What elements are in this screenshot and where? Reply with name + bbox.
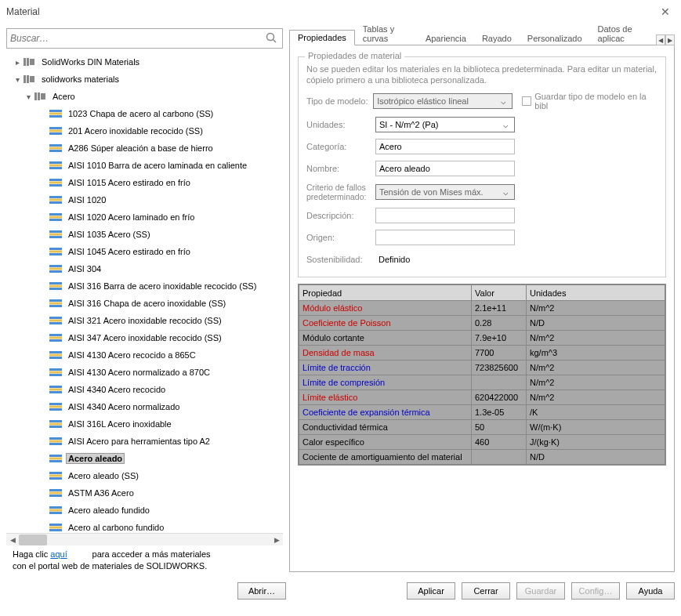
prop-value-cell[interactable]: 2.1e+11 — [472, 301, 527, 316]
table-row[interactable]: Límite de tracción723825600N/m^2 — [299, 361, 665, 375]
prop-value-cell[interactable]: 7.9e+10 — [472, 331, 527, 346]
scroll-right-button[interactable]: ▶ — [270, 534, 283, 546]
prop-units-cell[interactable]: N/m^2 — [527, 390, 665, 405]
tree-item[interactable]: ▸AISI 1035 Acero (SS) — [6, 226, 283, 243]
tree-item[interactable]: ▸A286 Súper aleación a base de hierro — [6, 140, 283, 157]
tree-item[interactable]: ▸ASTM A36 Acero — [6, 484, 283, 502]
prop-value-cell[interactable]: 620422000 — [472, 390, 527, 405]
tree-item[interactable]: ▸AISI 4130 Acero recocido a 865C — [6, 346, 283, 364]
tab-tablas-y-curvas[interactable]: Tablas y curvas — [355, 22, 418, 45]
prop-value-cell[interactable]: 723825600 — [472, 361, 527, 375]
tree-item[interactable]: ▸AISI 4340 Acero normalizado — [6, 398, 283, 415]
tree-item[interactable]: ▸AISI 1020 — [6, 191, 283, 208]
abrir-button[interactable]: Abrir… — [237, 582, 286, 600]
horizontal-scrollbar[interactable]: ◀ ▶ — [6, 533, 283, 545]
table-row[interactable]: Coeficiente de Poisson0.28N/D — [299, 316, 665, 331]
tree-caret-icon[interactable]: ▾ — [13, 75, 22, 84]
col-header-valor[interactable]: Valor — [472, 285, 527, 301]
tab-propiedades[interactable]: Propiedades — [289, 30, 355, 45]
tree-item[interactable]: ▸AISI 304 — [6, 260, 283, 277]
tree-item[interactable]: ▸AISI 316 Chapa de acero inoxidable (SS) — [6, 295, 283, 312]
search-field[interactable] — [10, 33, 263, 44]
prop-value-cell[interactable] — [472, 450, 527, 465]
prop-units-cell[interactable]: N/m^2 — [527, 375, 665, 390]
tree-item[interactable]: ▸AISI 4340 Acero recocido — [6, 381, 283, 398]
tree-item[interactable]: ▸Acero al carbono fundido — [6, 519, 283, 533]
prop-name-cell[interactable]: Límite elástico — [299, 390, 472, 405]
prop-units-cell[interactable]: kg/m^3 — [527, 346, 665, 361]
prop-name-cell[interactable]: Calor específico — [299, 435, 472, 450]
tree-item[interactable]: ▸AISI 347 Acero inoxidable recocido (SS) — [6, 329, 283, 346]
close-icon[interactable]: ✕ — [656, 2, 675, 21]
prop-units-cell[interactable]: N/D — [527, 450, 665, 465]
tree-item[interactable]: ▸201 Acero inoxidable recocido (SS) — [6, 122, 283, 140]
criterio-select[interactable]: Tensión de von Mises máx.⌵ — [375, 184, 515, 200]
tipo-modelo-select[interactable]: Isotrópico elástico lineal⌵ — [373, 93, 513, 109]
tree-item[interactable]: ▸AISI 1045 Acero estirado en frío — [6, 243, 283, 260]
prop-name-cell[interactable]: Coeficiente de Poisson — [299, 316, 472, 331]
tree-item[interactable]: ▸AISI 321 Acero inoxidable recocido (SS) — [6, 312, 283, 329]
cerrar-button[interactable]: Cerrar — [462, 582, 510, 600]
tab-apariencia[interactable]: Apariencia — [418, 31, 474, 45]
descripcion-field[interactable] — [375, 208, 515, 223]
table-row[interactable]: Densidad de masa7700kg/m^3 — [299, 346, 665, 361]
tree-item[interactable]: ▸AISI 4130 Acero normalizado a 870C — [6, 364, 283, 381]
search-input[interactable] — [6, 28, 283, 49]
nombre-field[interactable]: Acero aleado — [375, 161, 515, 176]
search-icon[interactable] — [263, 31, 279, 45]
prop-value-cell[interactable]: 1.3e-05 — [472, 405, 527, 420]
table-row[interactable]: Coeficiente de expansión térmica1.3e-05/… — [299, 405, 665, 420]
aplicar-button[interactable]: Aplicar — [407, 582, 455, 600]
tree-item[interactable]: ▸AISI 1015 Acero estirado en frío — [6, 174, 283, 191]
origen-field[interactable] — [375, 230, 515, 245]
col-header-unidades[interactable]: Unidades — [527, 285, 665, 301]
table-row[interactable]: Módulo elástico2.1e+11N/m^2 — [299, 301, 665, 316]
prop-value-cell[interactable]: 7700 — [472, 346, 527, 361]
tree-item[interactable]: ▸SolidWorks DIN Materials — [6, 53, 283, 71]
tree-item[interactable]: ▸Acero aleado — [6, 450, 283, 467]
table-row[interactable]: Módulo cortante7.9e+10N/m^2 — [299, 331, 665, 346]
prop-name-cell[interactable]: Límite de compresión — [299, 375, 472, 390]
table-row[interactable]: Cociente de amortiguamiento del material… — [299, 450, 665, 465]
prop-units-cell[interactable]: J/(kg·K) — [527, 435, 665, 450]
tree-item[interactable]: ▸AISI Acero para herramientas tipo A2 — [6, 433, 283, 450]
prop-name-cell[interactable]: Coeficiente de expansión térmica — [299, 405, 472, 420]
properties-table[interactable]: PropiedadValorUnidadesMódulo elástico2.1… — [298, 284, 666, 466]
prop-name-cell[interactable]: Conductividad térmica — [299, 420, 472, 435]
guardar-tipo-checkbox[interactable]: Guardar tipo de modelo en la bibl — [522, 92, 657, 111]
prop-units-cell[interactable]: /K — [527, 405, 665, 420]
table-row[interactable]: Límite elástico620422000N/m^2 — [299, 390, 665, 405]
prop-value-cell[interactable] — [472, 375, 527, 390]
tab-scroll-right-button[interactable]: ▶ — [665, 34, 675, 45]
prop-value-cell[interactable]: 460 — [472, 435, 527, 450]
tree-item[interactable]: ▸AISI 316L Acero inoxidable — [6, 415, 283, 433]
scroll-thumb[interactable] — [19, 534, 47, 545]
categoria-field[interactable]: Acero — [375, 139, 515, 154]
prop-name-cell[interactable]: Módulo cortante — [299, 331, 472, 346]
scroll-left-button[interactable]: ◀ — [6, 534, 19, 546]
prop-units-cell[interactable]: W/(m·K) — [527, 420, 665, 435]
table-row[interactable]: Límite de compresiónN/m^2 — [299, 375, 665, 390]
tree-item[interactable]: ▸AISI 316 Barra de acero inoxidable reco… — [6, 277, 283, 295]
prop-units-cell[interactable]: N/m^2 — [527, 331, 665, 346]
tab-scroll-left-button[interactable]: ◀ — [656, 34, 665, 45]
tree-caret-icon[interactable]: ▾ — [24, 92, 33, 101]
unidades-select[interactable]: SI - N/m^2 (Pa)⌵ — [375, 117, 515, 132]
tree-item[interactable]: ▸1023 Chapa de acero al carbono (SS) — [6, 105, 283, 122]
prop-units-cell[interactable]: N/m^2 — [527, 361, 665, 375]
ayuda-button[interactable]: Ayuda — [626, 582, 675, 600]
prop-units-cell[interactable]: N/m^2 — [527, 301, 665, 316]
prop-units-cell[interactable]: N/D — [527, 316, 665, 331]
table-row[interactable]: Calor específico460J/(kg·K) — [299, 435, 665, 450]
tab-personalizado[interactable]: Personalizado — [520, 31, 590, 45]
tree-item[interactable]: ▾solidworks materials — [6, 71, 283, 88]
table-row[interactable]: Conductividad térmica50W/(m·K) — [299, 420, 665, 435]
tree-item[interactable]: ▸Acero aleado fundido — [6, 502, 283, 519]
tree-item[interactable]: ▾Acero — [6, 88, 283, 105]
tree-item[interactable]: ▸Acero aleado (SS) — [6, 467, 283, 484]
prop-name-cell[interactable]: Densidad de masa — [299, 346, 472, 361]
prop-name-cell[interactable]: Cociente de amortiguamiento del material — [299, 450, 472, 465]
prop-value-cell[interactable]: 50 — [472, 420, 527, 435]
prop-value-cell[interactable]: 0.28 — [472, 316, 527, 331]
tab-datos-de-aplicac[interactable]: Datos de aplicac — [590, 22, 656, 45]
